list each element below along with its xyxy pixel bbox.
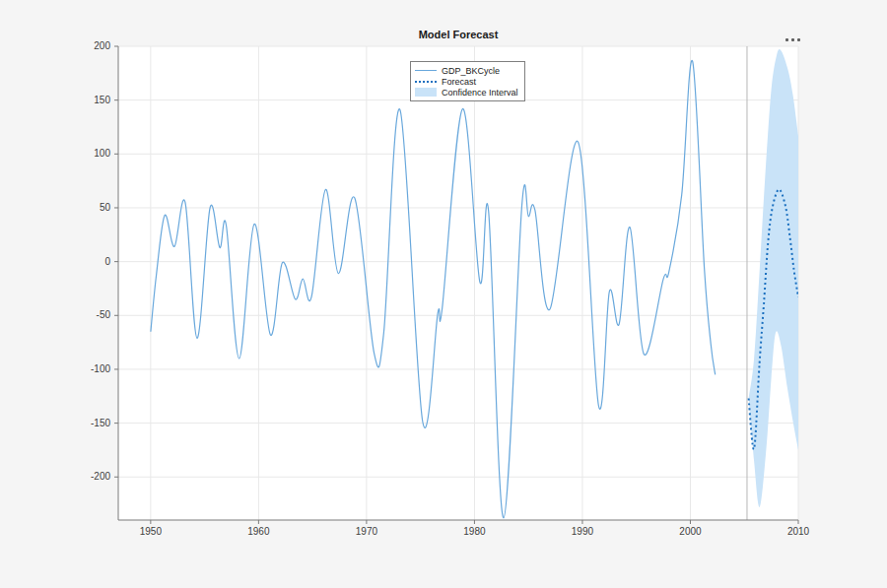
solid-line-swatch-icon (415, 70, 437, 71)
y-tick-label: 50 (81, 202, 110, 214)
y-tick-label: 150 (81, 95, 110, 106)
x-tick-label: 1990 (561, 526, 604, 538)
ellipsis-dot (797, 38, 800, 41)
y-tick-label: -200 (81, 471, 110, 483)
ellipsis-dot (785, 38, 788, 41)
x-tick-label: 1980 (452, 526, 496, 538)
y-tick-label: 0 (81, 256, 110, 268)
legend[interactable]: GDP_BKCycle Forecast Confidence Interval (410, 61, 525, 101)
axes-toolbar-ellipsis-icon[interactable] (784, 36, 802, 43)
legend-label: Confidence Interval (442, 88, 518, 98)
y-tick-label: -50 (81, 309, 110, 321)
legend-label: GDP_BKCycle (442, 66, 500, 76)
legend-entry-confidence-interval[interactable]: Confidence Interval (415, 87, 518, 98)
ellipsis-dot (791, 38, 794, 41)
x-tick-label: 1970 (345, 526, 388, 538)
legend-entry-gdp-bkcycle[interactable]: GDP_BKCycle (415, 65, 518, 76)
dotted-line-swatch-icon (415, 81, 437, 83)
x-tick-label: 1950 (129, 526, 172, 538)
y-tick-label: 100 (81, 148, 110, 160)
y-tick-label: -150 (81, 418, 110, 429)
chart-title: Model Forecast (360, 29, 557, 40)
x-tick-label: 2010 (777, 526, 820, 538)
x-tick-label: 1960 (237, 526, 280, 538)
figure-window: Model Forecast -200-150-100-500501001502… (0, 0, 887, 588)
legend-entry-forecast[interactable]: Forecast (415, 76, 518, 87)
legend-label: Forecast (442, 77, 476, 87)
patch-swatch-icon (415, 88, 437, 97)
x-tick-label: 2000 (668, 526, 712, 538)
y-tick-label: -100 (81, 363, 110, 375)
y-tick-label: 200 (81, 40, 110, 52)
